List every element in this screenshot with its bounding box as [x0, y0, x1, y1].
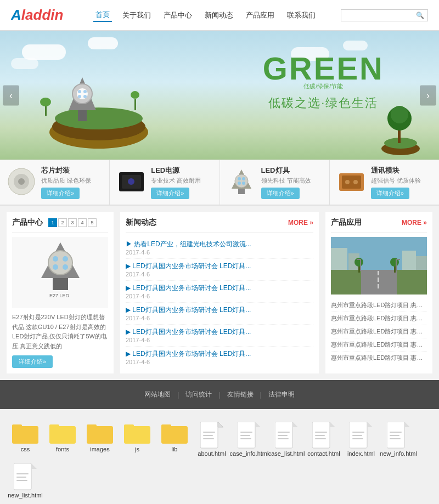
logo[interactable]: Aladdin: [11, 4, 77, 26]
page-3[interactable]: 3: [68, 218, 77, 227]
file-browser: css fonts images js lib about.html case_…: [0, 409, 439, 504]
led-lamp-icon: [227, 167, 257, 199]
footer-link-friends[interactable]: 友情链接: [227, 390, 254, 399]
file-about[interactable]: about.html: [195, 420, 229, 458]
search-input[interactable]: [345, 12, 416, 19]
news-link-2[interactable]: ▶ LED灯具国内业务市场研讨会 LED灯具...: [126, 262, 313, 271]
news-list: ▶ 热看LED产业，组建光电技术公司激流... 2017-4-6 ▶ LED灯具…: [126, 237, 313, 368]
svg-rect-103: [390, 435, 399, 436]
svg-rect-52: [331, 248, 347, 270]
comm-module-icon: [336, 167, 367, 199]
footer-link-stats[interactable]: 访问统计: [185, 390, 212, 399]
svg-rect-88: [278, 435, 288, 436]
news-link-4[interactable]: ▶ LED灯具国内业务市场研讨会 LED灯具...: [126, 305, 313, 315]
banner-prev-btn[interactable]: ‹: [3, 85, 19, 105]
svg-rect-77: [203, 432, 215, 433]
svg-point-9: [83, 90, 87, 93]
page-2[interactable]: 2: [58, 218, 67, 227]
folder-images[interactable]: images: [83, 420, 117, 458]
svg-point-23: [18, 178, 25, 185]
svg-rect-102: [390, 432, 402, 433]
file-new-info-label: new_info.html: [380, 450, 417, 457]
case-item-3[interactable]: 惠州市重点路段LED路灯项目 惠州市重点路...: [331, 325, 427, 338]
file-new-info[interactable]: new_info.html: [381, 420, 415, 458]
product-center-detail-btn[interactable]: 详细介绍»: [12, 355, 53, 368]
cases-more-link[interactable]: MORE »: [402, 219, 427, 226]
nav-about[interactable]: 关于我们: [120, 9, 153, 21]
news-item-1: ▶ 热看LED产业，组建光电技术公司激流... 2017-4-6: [126, 237, 313, 259]
news-link-6[interactable]: ▶ LED灯具国内业务市场研讨会 LED灯具...: [126, 349, 313, 359]
folder-css[interactable]: css: [8, 420, 42, 458]
led-power-info: LED电源 专业技术 高效耐用 详细介绍»: [151, 166, 201, 199]
svg-marker-91: [330, 422, 335, 427]
file-contact-label: contact.html: [307, 450, 340, 457]
page-4[interactable]: 4: [78, 218, 87, 227]
file-row-1: css fonts images js lib about.html case_…: [8, 420, 431, 500]
svg-rect-82: [240, 432, 252, 433]
case-item-2[interactable]: 惠州市重点路段LED路灯项目 惠州市重点路...: [331, 312, 427, 325]
news-link-1[interactable]: ▶ 热看LED产业，组建光电技术公司激流...: [126, 240, 313, 249]
svg-point-40: [48, 251, 72, 275]
file-contact[interactable]: contact.html: [307, 420, 341, 458]
case-item-5[interactable]: 惠州市重点路段LED路灯项目 惠州市重点路...: [331, 352, 427, 364]
page-1[interactable]: 1: [48, 218, 57, 227]
file-case-info[interactable]: case_info.html: [232, 420, 266, 458]
file-index[interactable]: index.html: [344, 420, 378, 458]
svg-rect-5: [78, 110, 87, 121]
nav-home[interactable]: 首页: [93, 9, 112, 22]
svg-rect-51: [378, 284, 379, 288]
svg-rect-84: [240, 438, 251, 439]
search-icon[interactable]: 🔍: [416, 12, 424, 19]
led-power-detail-btn[interactable]: 详细介绍»: [151, 188, 189, 199]
news-date-6: 2017-4-6: [126, 359, 313, 365]
case-item-4[interactable]: 惠州市重点路段LED路灯项目 惠州市重点路...: [331, 338, 427, 352]
cases-list: 惠州市重点路段LED路灯项目 惠州市重点路... 惠州市重点路段LED路灯项目 …: [331, 299, 427, 364]
file-case-list[interactable]: case_list.html: [269, 420, 303, 458]
news-link-5[interactable]: ▶ LED灯具国内业务市场研讨会 LED灯具...: [126, 327, 313, 337]
svg-rect-61: [357, 259, 361, 260]
file-new-list-label: new_list.html: [8, 492, 43, 499]
file-new-list[interactable]: new_list.html: [8, 462, 42, 500]
nav-news[interactable]: 新闻动态: [202, 9, 235, 21]
page-numbers: 1 2 3 4 5: [48, 218, 97, 227]
footer-divider-2: |: [218, 391, 220, 399]
svg-text:E27 LED: E27 LED: [49, 293, 70, 298]
svg-rect-92: [315, 432, 327, 433]
nav-products[interactable]: 产品中心: [161, 9, 194, 21]
led-lamp-detail-btn[interactable]: 详细介绍»: [261, 188, 300, 199]
svg-point-3: [55, 107, 143, 129]
folder-lib[interactable]: lib: [157, 420, 192, 458]
news-date-1: 2017-4-6: [126, 249, 313, 256]
svg-rect-104: [390, 438, 401, 439]
svg-rect-107: [16, 473, 29, 474]
nav-cases[interactable]: 产品应用: [244, 9, 277, 21]
news-more-link[interactable]: MORE »: [288, 219, 313, 226]
folder-js[interactable]: js: [120, 420, 154, 458]
footer-link-sitemap[interactable]: 网站地图: [144, 390, 171, 399]
svg-rect-54: [402, 251, 416, 270]
svg-rect-60: [360, 259, 361, 271]
svg-rect-35: [342, 175, 361, 189]
svg-point-37: [353, 180, 358, 184]
footer-link-legal[interactable]: 法律申明: [268, 390, 295, 399]
svg-marker-96: [367, 422, 373, 427]
banner-green-title: GREEN 低碳/绿保/节能 低碳之选·绿色生活: [263, 50, 384, 111]
chip-detail-btn[interactable]: 详细介绍»: [41, 188, 80, 199]
svg-rect-89: [278, 438, 289, 439]
comm-module-detail-btn[interactable]: 详细介绍»: [371, 188, 409, 199]
footer: 网站地图 | 访问统计 | 友情链接 | 法律申明: [0, 380, 439, 409]
folder-css-label: css: [21, 446, 30, 452]
svg-point-10: [78, 95, 81, 98]
svg-point-30: [238, 177, 241, 180]
folder-fonts[interactable]: fonts: [46, 420, 80, 458]
case-item-1[interactable]: 惠州市重点路段LED路灯项目 惠州市重点路...: [331, 299, 427, 312]
news-link-3[interactable]: ▶ LED灯具国内业务市场研讨会 LED灯具...: [126, 284, 313, 293]
nav-contact[interactable]: 联系我们: [285, 9, 318, 21]
svg-rect-93: [315, 435, 325, 436]
news-date-2: 2017-4-6: [126, 271, 313, 278]
led-power-icon: [116, 167, 147, 199]
svg-marker-106: [31, 463, 37, 469]
page-5[interactable]: 5: [88, 218, 97, 227]
banner-next-btn[interactable]: ›: [420, 85, 436, 105]
folder-lib-label: lib: [171, 446, 177, 452]
